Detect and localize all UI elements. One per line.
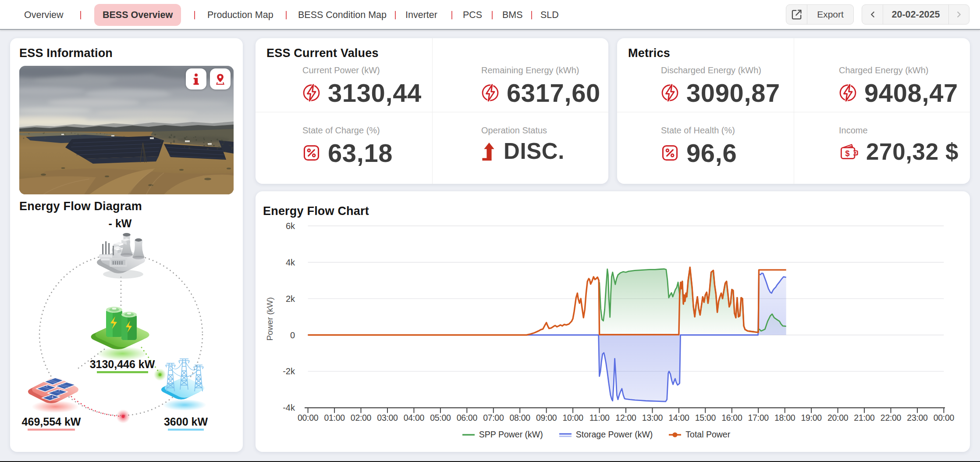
svg-text:00:00: 00:00 [934, 413, 955, 423]
svg-text:2k: 2k [286, 294, 295, 304]
svg-text:-2k: -2k [283, 366, 295, 376]
svg-text:19:00: 19:00 [801, 413, 822, 423]
svg-text:3600 kW: 3600 kW [164, 415, 208, 428]
svg-text:0: 0 [290, 330, 295, 340]
svg-text:$: $ [845, 149, 849, 158]
svg-text:Power (kW): Power (kW) [265, 297, 274, 340]
svg-text:4k: 4k [286, 258, 295, 267]
svg-text:22:00: 22:00 [881, 413, 902, 423]
svg-text:469,554 kW: 469,554 kW [22, 415, 81, 428]
svg-text:12:00: 12:00 [615, 413, 636, 423]
svg-text:01:00: 01:00 [324, 413, 345, 423]
svg-text:20:00: 20:00 [827, 413, 849, 423]
svg-text:15:00: 15:00 [695, 413, 716, 423]
svg-text:- kW: - kW [109, 217, 132, 229]
svg-text:07:00: 07:00 [483, 413, 504, 423]
svg-text:6k: 6k [286, 221, 295, 231]
svg-text:09:00: 09:00 [536, 413, 557, 423]
svg-text:17:00: 17:00 [748, 413, 769, 423]
svg-text:10:00: 10:00 [562, 413, 583, 423]
svg-text:04:00: 04:00 [404, 413, 425, 423]
svg-text:06:00: 06:00 [457, 413, 478, 423]
svg-text:18:00: 18:00 [774, 413, 795, 423]
svg-text:21:00: 21:00 [854, 413, 875, 423]
svg-text:-4k: -4k [283, 403, 295, 412]
svg-text:23:00: 23:00 [907, 413, 928, 423]
svg-text:02:00: 02:00 [351, 413, 372, 423]
svg-text:11:00: 11:00 [589, 413, 610, 423]
svg-text:3130,446 kW: 3130,446 kW [90, 358, 155, 370]
svg-text:14:00: 14:00 [668, 413, 689, 423]
svg-text:13:00: 13:00 [642, 413, 663, 423]
svg-text:00:00: 00:00 [298, 413, 319, 423]
svg-text:16:00: 16:00 [721, 413, 742, 423]
svg-text:08:00: 08:00 [510, 413, 531, 423]
svg-text:05:00: 05:00 [430, 413, 451, 423]
svg-text:03:00: 03:00 [377, 413, 398, 423]
